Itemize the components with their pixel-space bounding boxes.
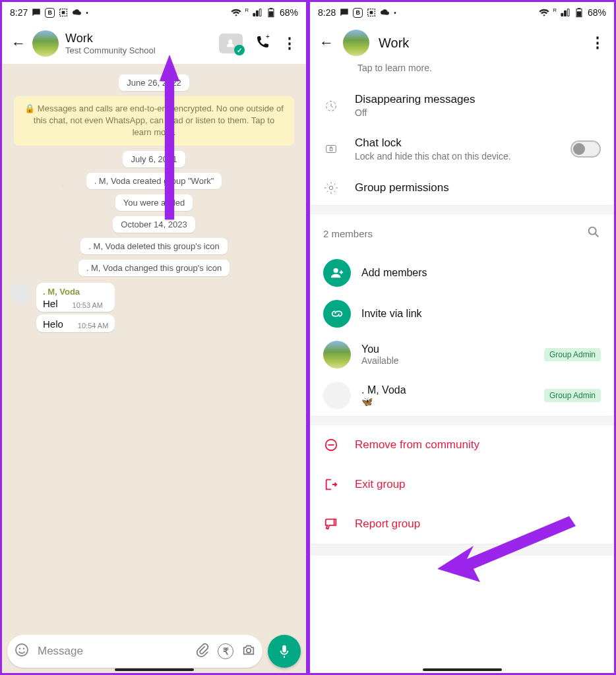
remove-from-community-row[interactable]: Remove from community <box>310 425 614 465</box>
svg-point-8 <box>23 648 24 649</box>
members-count: 2 members <box>323 228 373 239</box>
add-user-icon <box>323 259 351 287</box>
check-badge-icon: ✓ <box>234 45 245 55</box>
video-call-button[interactable]: ✓ <box>219 34 243 53</box>
system-message: You were added <box>115 194 193 211</box>
b-icon: B <box>353 8 363 18</box>
message-input-bar: Message ₹ <box>7 635 301 668</box>
battery-icon <box>574 7 584 18</box>
chat-title-area[interactable]: Work Test Community School <box>65 32 212 55</box>
cloud-icon <box>380 7 390 18</box>
invite-link-row[interactable]: Invite via link <box>310 293 614 334</box>
back-icon[interactable]: ← <box>11 35 26 52</box>
member-avatar <box>323 341 351 368</box>
minus-circle-icon <box>323 437 339 453</box>
row-label: Report group <box>355 517 420 531</box>
dot-icon: • <box>86 9 88 16</box>
square-dashed-icon <box>58 7 69 18</box>
link-icon <box>323 300 351 328</box>
add-members-row[interactable]: Add members <box>310 252 614 293</box>
report-group-row[interactable]: Report group <box>310 504 614 544</box>
admin-badge: Group Admin <box>544 348 601 361</box>
row-subtitle: Off <box>355 107 601 118</box>
member-avatar <box>323 382 351 409</box>
member-status: Available <box>361 355 534 366</box>
exit-group-row[interactable]: Exit group <box>310 465 614 504</box>
message-timestamp: 10:54 AM <box>78 322 108 330</box>
disappearing-messages-row[interactable]: Disappearing messages Off <box>310 84 614 127</box>
more-menu-icon[interactable]: ⋮ <box>282 35 297 52</box>
battery-percent: 68% <box>588 7 606 18</box>
emoji-icon[interactable] <box>14 642 30 660</box>
member-row-you[interactable]: You Available Group Admin <box>310 334 614 375</box>
tap-learn-more[interactable]: Tap to learn more. <box>310 63 614 84</box>
chat-app-bar: ← Work Test Community School ✓ + ⋮ <box>2 23 306 64</box>
svg-point-18 <box>329 186 333 190</box>
b-icon: B <box>45 8 55 18</box>
svg-point-19 <box>589 227 596 235</box>
square-dashed-icon <box>366 7 377 18</box>
chat-messages-area[interactable]: June 26, 2022 🔒 Messages and calls are e… <box>2 64 306 673</box>
bottom-spacer <box>310 544 614 556</box>
home-indicator[interactable] <box>423 668 502 671</box>
sender-name: . M, Voda <box>43 287 108 297</box>
message-bubble[interactable]: Helo 10:54 AM <box>36 314 115 332</box>
group-avatar[interactable] <box>343 30 369 56</box>
thumbs-down-icon <box>323 516 339 532</box>
timer-icon <box>323 98 339 113</box>
date-separator: October 14, 2023 <box>113 216 195 233</box>
wifi-icon <box>231 7 241 18</box>
dot-icon: • <box>394 9 396 16</box>
admin-badge: Group Admin <box>544 389 601 402</box>
roaming-indicator: R <box>245 7 249 13</box>
svg-rect-4 <box>269 12 273 16</box>
camera-icon[interactable] <box>241 643 256 660</box>
more-menu-icon[interactable]: ⋮ <box>590 34 605 51</box>
chat-lock-row[interactable]: Chat lock Lock and hide this chat on thi… <box>310 127 614 171</box>
info-app-bar: ← Work ⋮ <box>310 23 614 63</box>
svg-point-7 <box>19 648 20 649</box>
info-title: Work <box>379 36 581 51</box>
sender-avatar[interactable] <box>10 283 31 304</box>
message-bubble[interactable]: . M, Voda Hel 10:53 AM <box>36 283 115 312</box>
roaming-indicator: R <box>553 7 557 13</box>
svg-rect-17 <box>330 148 332 151</box>
member-row[interactable]: . M, Voda 🦋 Group Admin <box>310 375 614 416</box>
lock-chat-icon <box>323 141 339 157</box>
member-name: . M, Voda <box>361 384 534 396</box>
svg-point-9 <box>247 649 251 653</box>
chat-screen: 8:27 B • R 68% ← Work Test Community Sch… <box>2 2 306 673</box>
payment-icon[interactable]: ₹ <box>218 643 233 659</box>
system-message: . M, Voda deleted this group's icon <box>80 238 227 254</box>
chat-bubble-icon <box>31 7 42 18</box>
message-input-field[interactable]: Message ₹ <box>7 635 262 668</box>
row-title: Chat lock <box>355 136 555 150</box>
search-members-icon[interactable] <box>586 225 601 242</box>
svg-point-6 <box>16 644 28 656</box>
chat-bubble-icon <box>339 7 350 18</box>
cloud-icon <box>72 7 82 18</box>
clock: 8:27 <box>10 7 28 18</box>
voice-record-button[interactable] <box>268 635 301 668</box>
message-input-placeholder: Message <box>38 645 187 658</box>
group-permissions-row[interactable]: Group permissions <box>310 171 614 205</box>
gear-icon <box>323 180 339 196</box>
encryption-banner[interactable]: 🔒 Messages and calls are end-to-end encr… <box>14 96 294 146</box>
date-separator: June 26, 2022 <box>119 74 189 91</box>
back-icon[interactable]: ← <box>319 34 334 51</box>
row-subtitle: Lock and hide this chat on this device. <box>355 151 555 161</box>
svg-text:+: + <box>266 34 270 40</box>
chat-lock-toggle[interactable] <box>570 140 601 158</box>
svg-point-20 <box>334 268 338 273</box>
home-indicator[interactable] <box>115 668 194 671</box>
group-avatar[interactable] <box>32 30 59 57</box>
row-title: Disappearing messages <box>355 93 601 106</box>
info-body[interactable]: Tap to learn more. Disappearing messages… <box>310 63 614 673</box>
battery-percent: 68% <box>280 7 298 18</box>
row-label: Invite via link <box>361 308 601 320</box>
voice-call-button[interactable]: + <box>255 34 270 53</box>
row-label: Exit group <box>355 478 406 491</box>
members-header: 2 members <box>310 214 614 252</box>
attach-icon[interactable] <box>195 643 210 660</box>
svg-rect-14 <box>577 12 581 16</box>
